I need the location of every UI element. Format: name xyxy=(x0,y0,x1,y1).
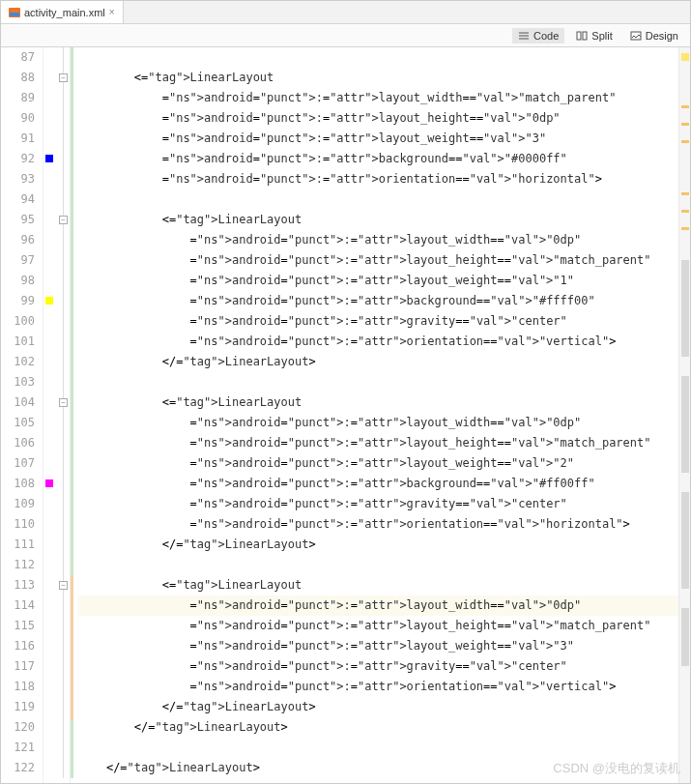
fold-toggle[interactable]: − xyxy=(59,73,68,82)
fold-toggle[interactable]: − xyxy=(59,581,68,590)
tab-filename: activity_main.xml xyxy=(24,7,105,18)
xml-file-icon xyxy=(9,7,20,18)
fold-column: − − − − xyxy=(57,47,71,783)
view-design-button[interactable]: Design xyxy=(624,28,684,44)
svg-rect-1 xyxy=(10,13,19,16)
marker-column xyxy=(43,47,57,783)
editor-tab[interactable]: activity_main.xml × xyxy=(1,1,124,23)
color-swatch-magenta xyxy=(45,479,53,487)
code-editor[interactable]: 8788899091929394959697989910010110210310… xyxy=(1,47,690,783)
view-code-button[interactable]: Code xyxy=(512,28,564,44)
svg-rect-3 xyxy=(583,32,587,40)
tab-close-icon[interactable]: × xyxy=(109,7,115,17)
line-number-gutter: 8788899091929394959697989910010110210310… xyxy=(1,47,43,783)
view-split-label: Split xyxy=(591,30,612,42)
view-code-label: Code xyxy=(533,30,559,42)
color-swatch-blue xyxy=(45,155,53,162)
view-split-button[interactable]: Split xyxy=(570,28,618,44)
view-mode-bar: Code Split Design xyxy=(1,24,690,47)
code-icon xyxy=(518,30,530,42)
view-design-label: Design xyxy=(646,30,678,42)
code-area[interactable]: <="tag">LinearLayout ="ns">android="punc… xyxy=(74,47,690,783)
split-icon xyxy=(576,30,588,42)
design-icon xyxy=(630,30,642,42)
fold-toggle[interactable]: − xyxy=(59,216,68,224)
tab-bar: activity_main.xml × xyxy=(1,1,690,24)
error-strip[interactable] xyxy=(678,47,690,783)
fold-toggle[interactable]: − xyxy=(59,398,68,407)
color-swatch-yellow xyxy=(45,297,53,305)
svg-rect-2 xyxy=(577,32,581,40)
